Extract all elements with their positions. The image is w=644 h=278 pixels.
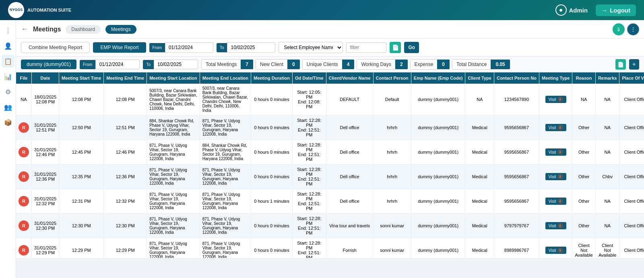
column-header: Meeting Duration xyxy=(251,72,293,84)
file-badge-r: R xyxy=(19,245,29,255)
logout-label: Logout xyxy=(610,7,630,14)
stat-value: 7 xyxy=(241,60,253,69)
back-icon[interactable]: ← xyxy=(21,25,28,33)
filter-bar: Combine Meeting Report EMP Wise Report F… xyxy=(16,39,644,57)
client-type-cell: Medical xyxy=(465,115,494,140)
duration-cell: 0 hours 0 minutes xyxy=(251,238,293,258)
table-row: R31/01/2025 12:29 PM12:29 PM12:29 PM871,… xyxy=(16,238,644,258)
grid-view-icon[interactable]: ⋮ xyxy=(627,23,639,35)
date-cell: 31/01/2025 12:51 PM xyxy=(32,115,59,140)
meeting-type-cell: Visit i xyxy=(539,238,572,258)
start-time-cell: 12:31 PM xyxy=(59,189,104,214)
nav-right: ● Admin → Logout xyxy=(555,4,636,16)
table-row: R31/01/2025 12:46 PM12:45 PM12:46 PM871,… xyxy=(16,140,644,165)
breadcrumb-meetings[interactable]: Meetings xyxy=(105,25,136,34)
reason-cell: Other xyxy=(572,115,595,140)
stat-badge: Total Meetings7 xyxy=(201,59,253,70)
filter-text-input[interactable] xyxy=(346,42,386,53)
to-date-input[interactable] xyxy=(227,42,275,53)
column-header: Contact Person No xyxy=(494,72,539,84)
client-name-cell: Forrish xyxy=(326,238,373,258)
file-cell: R xyxy=(16,214,32,238)
start-location-cell: 884, Shankar Chowk Rd, Phase V, Udyog Vi… xyxy=(147,115,200,140)
download-icon[interactable]: ⇓ xyxy=(613,23,625,35)
sidebar-item-grid[interactable]: ⋮ xyxy=(2,24,14,37)
stat-value: 0 xyxy=(437,60,450,69)
date-cell: 31/01/2025 12:29 PM xyxy=(32,238,59,258)
stat-badge: Working Days2 xyxy=(357,59,407,70)
remarks-cell: NA xyxy=(595,84,619,115)
admin-menu[interactable]: ● Admin xyxy=(555,4,588,16)
duration-cell: 0 hours 0 minutes xyxy=(251,214,293,238)
remarks-cell: Client Not Available xyxy=(595,238,619,258)
emp-filter-row: dummy (dummy001) From To Total Meetings7… xyxy=(16,57,644,72)
od-datetime-cell: Start: 12:28: PM End: 12:51: PM xyxy=(292,140,326,165)
file-cell: R xyxy=(16,140,32,165)
stat-value: 4 xyxy=(342,60,355,69)
od-datetime-cell: Start: 12:28: PM End: 12:51: PM xyxy=(292,238,326,258)
sidebar-item-package[interactable]: 📦 xyxy=(2,116,14,129)
breadcrumb-dashboard[interactable]: Dashboard xyxy=(66,25,101,34)
end-time-cell: 12:29 PM xyxy=(104,238,147,258)
page-title: Meetings xyxy=(33,26,61,33)
sidebar-item-users[interactable]: 👥 xyxy=(2,101,14,113)
emp-add-button[interactable]: + xyxy=(629,59,639,70)
meeting-type-badge: Visit i xyxy=(545,198,566,205)
contact-no-cell: 1234567890 xyxy=(494,84,539,115)
od-datetime-cell: Start: 12:05: PM End: 12:08: PM xyxy=(292,84,326,115)
from-date-input[interactable] xyxy=(165,42,213,53)
logout-button[interactable]: → Logout xyxy=(596,4,636,16)
excel-export-button[interactable]: 📄 xyxy=(390,42,401,53)
go-button[interactable]: Go xyxy=(404,42,419,53)
emp-excel-button[interactable]: 📄 xyxy=(615,59,626,70)
remarks-cell: NA xyxy=(595,140,619,165)
info-icon[interactable]: i xyxy=(557,223,563,229)
page-header: ← Meetings Dashboard Meetings ⇓ ⋮ xyxy=(16,20,644,39)
end-time-cell: 12:36 PM xyxy=(104,165,147,189)
place-cell: Client Office xyxy=(619,214,644,238)
contact-no-cell: 9595656867 xyxy=(494,140,539,165)
date-cell: 31/01/2025 12:36 PM xyxy=(32,165,59,189)
contact-no-cell: 8989986767 xyxy=(494,238,539,258)
table-row: R31/01/2025 12:30 PM12:30 PM12:30 PM871,… xyxy=(16,214,644,238)
contact-person-cell: hrhrh xyxy=(373,140,411,165)
emp-to-date-input[interactable] xyxy=(154,60,198,69)
file-badge-r: R xyxy=(19,220,29,231)
sidebar-item-clipboard[interactable]: 📋 xyxy=(2,55,14,68)
emp-from-date-input[interactable] xyxy=(95,60,140,69)
end-time-cell: 12:30 PM xyxy=(104,214,147,238)
contact-person-cell: hrhrh xyxy=(373,115,411,140)
employee-tag: dummy (dummy001) xyxy=(21,60,76,69)
info-icon[interactable]: i xyxy=(557,97,563,102)
client-name-cell: Vina tour and travels xyxy=(326,214,373,238)
date-cell: 31/01/2025 12:46 PM xyxy=(32,140,59,165)
reason-cell: Client Not Available xyxy=(572,238,595,258)
app-logo: NYGGS xyxy=(8,2,24,18)
table-row: R31/01/2025 12:32 PM12:31 PM12:32 PM871,… xyxy=(16,189,644,214)
combine-report-tab[interactable]: Combine Meeting Report xyxy=(21,42,90,53)
info-icon[interactable]: i xyxy=(557,149,563,155)
contact-no-cell: 9595656867 xyxy=(494,165,539,189)
logout-icon: → xyxy=(601,7,607,14)
info-icon[interactable]: i xyxy=(557,198,563,204)
start-location-cell: 871, Phase V, Udyog Vihar, Sector 19, Gu… xyxy=(147,238,200,258)
meeting-type-cell: Visit i xyxy=(539,84,572,115)
info-icon[interactable]: i xyxy=(557,125,563,130)
sidebar-item-chart[interactable]: 📊 xyxy=(2,70,14,83)
emp-wise-tab[interactable]: EMP Wise Report xyxy=(93,42,146,53)
meetings-table: FileDateMeeting Start TimeMeeting End Ti… xyxy=(16,72,644,258)
employee-select[interactable]: Select Employee Name xyxy=(279,42,343,53)
column-header: Place Of Visit xyxy=(619,72,644,84)
info-icon[interactable]: i xyxy=(557,174,563,179)
column-header: Client Type xyxy=(465,72,494,84)
stat-value: 0.05 xyxy=(491,60,510,69)
from-label: From xyxy=(149,43,165,52)
stat-label: Total Meetings xyxy=(201,59,241,70)
emp-name-cell: dummy (dummy001) xyxy=(411,140,465,165)
stat-label: Total Distance xyxy=(452,59,491,70)
file-badge-na: NA xyxy=(21,97,27,102)
info-icon[interactable]: i xyxy=(557,247,563,253)
place-cell: Client Office xyxy=(619,165,644,189)
sidebar-item-person[interactable]: 👤 xyxy=(2,39,14,52)
sidebar-item-settings[interactable]: ⚙ xyxy=(2,85,14,98)
